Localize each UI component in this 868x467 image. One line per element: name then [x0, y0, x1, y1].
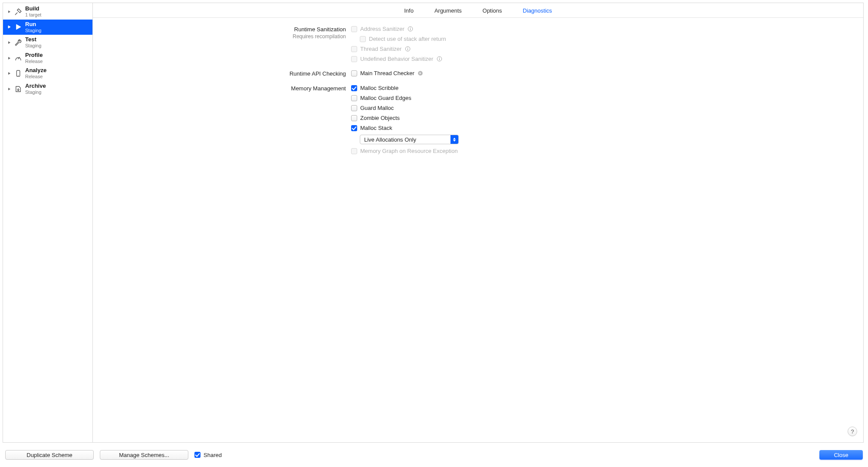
disclosure-triangle-icon[interactable] [7, 87, 11, 91]
manage-schemes-button[interactable]: Manage Schemes... [100, 450, 188, 460]
tab-diagnostics[interactable]: Diagnostics [523, 7, 552, 14]
wrench-icon [14, 38, 23, 47]
sidebar-item-analyze[interactable]: Analyze Release [3, 66, 92, 81]
checkbox-address-sanitizer [351, 26, 357, 32]
checkbox-label: Zombie Objects [360, 115, 400, 121]
checkbox-row-memory-graph-exception: Memory Graph on Resource Exception [351, 148, 859, 154]
checkbox-malloc-stack[interactable] [351, 125, 357, 131]
sidebar-item-title: Run [25, 21, 41, 28]
info-icon[interactable] [404, 46, 411, 52]
sidebar-item-build[interactable]: Build 1 target [3, 4, 92, 20]
checkbox-label: Malloc Scribble [360, 85, 398, 91]
section-label-sanitization: Runtime Sanitization [294, 26, 346, 33]
svg-rect-3 [410, 29, 411, 30]
checkbox-undefined-behavior [351, 56, 357, 62]
disclosure-triangle-icon[interactable] [7, 41, 11, 44]
checkbox-row-malloc-stack[interactable]: Malloc Stack [351, 125, 859, 131]
scheme-tabs: Info Arguments Options Diagnostics [93, 3, 863, 18]
sidebar-item-test[interactable]: Test Staging [3, 35, 92, 50]
sidebar-item-subtitle: Staging [25, 89, 46, 95]
scheme-phase-sidebar: Build 1 target Run Staging [3, 3, 93, 442]
checkbox-row-guard-malloc[interactable]: Guard Malloc [351, 105, 859, 111]
scheme-content-pane: Info Arguments Options Diagnostics Runti… [93, 3, 863, 442]
sidebar-item-title: Archive [25, 83, 46, 89]
sidebar-item-title: Analyze [25, 67, 46, 74]
checkbox-malloc-guard-edges[interactable] [351, 95, 357, 101]
play-icon [14, 23, 23, 31]
sidebar-item-archive[interactable]: Archive Staging [3, 81, 92, 97]
checkbox-memory-graph-exception [351, 148, 357, 154]
checkbox-row-main-thread-checker[interactable]: Main Thread Checker [351, 70, 859, 76]
sidebar-item-title: Test [25, 36, 41, 43]
disclosure-triangle-icon[interactable] [7, 56, 11, 60]
checkbox-label: Shared [204, 452, 222, 458]
select-value: Live Allocations Only [360, 136, 450, 143]
scheme-editor-window: Build 1 target Run Staging [3, 3, 864, 443]
sidebar-item-subtitle: Staging [25, 28, 41, 33]
gauge-icon [14, 54, 23, 63]
checkbox-label: Malloc Stack [360, 125, 392, 131]
checkbox-detect-stack [360, 36, 366, 42]
disclosure-triangle-icon[interactable] [7, 72, 11, 75]
device-icon [14, 69, 23, 78]
section-label-api-checking: Runtime API Checking [289, 70, 346, 77]
checkbox-row-zombie-objects[interactable]: Zombie Objects [351, 115, 859, 121]
arrow-icon[interactable] [418, 70, 424, 76]
checkbox-malloc-scribble[interactable] [351, 85, 357, 91]
button-label: Duplicate Scheme [26, 452, 72, 458]
scheme-editor-footer: Duplicate Scheme Manage Schemes... Share… [0, 443, 868, 467]
checkbox-label: Undefined Behavior Sanitizer [360, 56, 433, 62]
section-sublabel-sanitization: Requires recompilation [97, 33, 346, 40]
checkbox-label: Malloc Guard Edges [360, 95, 411, 101]
section-label-memory: Memory Management [291, 85, 346, 92]
checkbox-label: Detect use of stack after return [369, 36, 446, 42]
tab-arguments[interactable]: Arguments [434, 7, 462, 14]
svg-point-1 [18, 75, 19, 76]
sidebar-item-run[interactable]: Run Staging [3, 20, 92, 35]
select-malloc-stack-mode[interactable]: Live Allocations Only [360, 135, 459, 144]
checkbox-main-thread-checker[interactable] [351, 70, 357, 76]
info-icon[interactable] [436, 56, 442, 62]
checkbox-shared[interactable] [194, 452, 201, 458]
checkbox-zombie-objects[interactable] [351, 115, 357, 121]
sidebar-item-subtitle: Release [25, 74, 46, 79]
close-button[interactable]: Close [819, 450, 863, 460]
sidebar-item-title: Profile [25, 52, 43, 59]
select-stepper-icon[interactable] [450, 135, 458, 144]
checkbox-label: Memory Graph on Resource Exception [360, 148, 458, 154]
svg-rect-6 [408, 49, 408, 50]
checkbox-row-malloc-scribble[interactable]: Malloc Scribble [351, 85, 859, 91]
sidebar-item-subtitle: Staging [25, 43, 41, 49]
checkbox-row-malloc-guard-edges[interactable]: Malloc Guard Edges [351, 95, 859, 101]
disclosure-triangle-icon[interactable] [7, 10, 11, 13]
button-label: Manage Schemes... [119, 452, 169, 458]
checkbox-label: Main Thread Checker [360, 70, 414, 76]
sidebar-item-title: Build [25, 6, 41, 12]
svg-point-10 [439, 57, 440, 58]
info-icon[interactable] [408, 26, 414, 32]
help-icon: ? [851, 428, 854, 435]
diagnostics-form: Runtime Sanitization Requires recompilat… [93, 18, 863, 442]
checkbox-row-thread-sanitizer: Thread Sanitizer [351, 46, 859, 52]
shared-checkbox-row[interactable]: Shared [194, 452, 222, 458]
checkbox-label: Guard Malloc [360, 105, 394, 111]
tab-options[interactable]: Options [483, 7, 502, 14]
checkbox-guard-malloc[interactable] [351, 105, 357, 111]
button-label: Close [834, 452, 848, 458]
svg-point-7 [408, 47, 408, 48]
tab-info[interactable]: Info [404, 7, 414, 14]
checkbox-row-address-sanitizer: Address Sanitizer [351, 26, 859, 32]
help-button[interactable]: ? [848, 427, 857, 436]
checkbox-label: Thread Sanitizer [360, 46, 401, 52]
duplicate-scheme-button[interactable]: Duplicate Scheme [5, 450, 94, 460]
svg-rect-9 [439, 59, 440, 60]
checkbox-label: Address Sanitizer [360, 26, 404, 32]
svg-point-4 [410, 27, 411, 28]
sidebar-item-subtitle: 1 target [25, 12, 41, 18]
sidebar-item-subtitle: Release [25, 59, 43, 64]
checkbox-row-detect-stack: Detect use of stack after return [351, 36, 859, 42]
hammer-icon [14, 7, 23, 16]
checkbox-row-undefined-behavior: Undefined Behavior Sanitizer [351, 56, 859, 62]
disclosure-triangle-icon[interactable] [7, 25, 11, 29]
sidebar-item-profile[interactable]: Profile Release [3, 50, 92, 66]
